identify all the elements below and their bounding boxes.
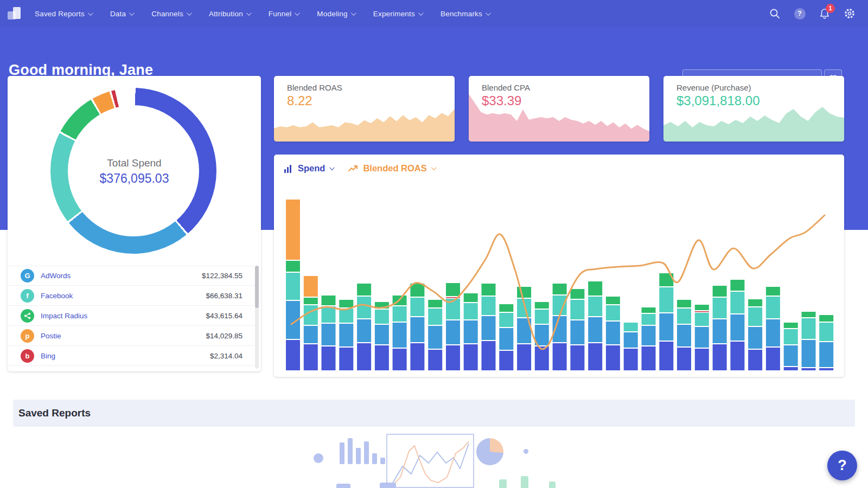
settings-gear-icon[interactable]: [843, 7, 856, 20]
nav-item-modeling[interactable]: Modeling: [317, 10, 354, 18]
empty-state-illustration: [304, 434, 564, 488]
decorative-dot: [524, 449, 528, 454]
nav-item-label: Data: [110, 10, 126, 18]
channel-name[interactable]: AdWords: [41, 272, 71, 280]
channel-row-bing[interactable]: b Bing $2,314.04: [8, 346, 254, 366]
trend-line-icon: [348, 165, 359, 172]
channel-list-scrollbar[interactable]: [255, 266, 259, 369]
decorative-shape: [521, 476, 528, 488]
channel-spend: $66,638.31: [206, 292, 242, 300]
chevron-down-icon: [295, 10, 300, 16]
revenue-purchase-card[interactable]: Revenue (Purchase) $3,091,818.00: [663, 76, 844, 142]
chevron-down-icon: [418, 10, 424, 16]
blended-roas-metric-toggle[interactable]: Blended ROAS: [348, 163, 435, 174]
spend-metric-toggle[interactable]: Spend: [284, 163, 333, 174]
blended-roas-card[interactable]: Blended ROAS 8.22: [274, 76, 455, 142]
chevron-down-icon: [329, 165, 335, 170]
spend-vs-roas-combo-chart[interactable]: [284, 192, 835, 373]
chevron-down-icon: [129, 10, 135, 16]
rockerbox-dashboard: Saved Reports Data Channels Attribution …: [0, 0, 868, 488]
total-spend-label: Total Spend: [8, 157, 261, 169]
adwords-icon: G: [21, 269, 34, 282]
channel-row-impact-radius[interactable]: Impact Radius $43,615.64: [8, 306, 254, 326]
channel-name[interactable]: Impact Radius: [41, 312, 87, 320]
decorative-pie-chart: [476, 438, 503, 465]
channel-row-adwords[interactable]: G AdWords $122,384.55: [8, 266, 254, 286]
channel-spend: $14,029.85: [206, 332, 242, 340]
kpi-label: Blended ROAS: [287, 83, 342, 92]
nav-item-label: Modeling: [317, 10, 347, 18]
facebook-icon: f: [21, 289, 34, 303]
decorative-dot: [314, 453, 323, 463]
help-fab-button[interactable]: ?: [827, 451, 857, 480]
help-icon[interactable]: ?: [793, 7, 806, 20]
nav-item-channels[interactable]: Channels: [151, 10, 190, 18]
nav-item-label: Experiments: [373, 10, 415, 18]
bar-chart-icon: [284, 164, 293, 173]
revenue-sparkline-chart: [663, 98, 844, 142]
roas-sparkline-chart: [274, 101, 455, 142]
decorative-bar-chart: [340, 438, 393, 464]
decorative-shape: [499, 479, 507, 488]
channel-name[interactable]: Facebook: [41, 292, 73, 300]
search-icon[interactable]: [768, 7, 781, 20]
chevron-down-icon: [187, 10, 192, 16]
nav-item-benchmarks[interactable]: Benchmarks: [441, 10, 489, 18]
section-title: Saved Reports: [18, 407, 91, 419]
nav-item-label: Channels: [151, 10, 183, 18]
logo-shape: [13, 7, 21, 19]
nav-item-label: Saved Reports: [35, 10, 85, 18]
nav-item-data[interactable]: Data: [110, 10, 133, 18]
total-spend-value: $376,095.03: [8, 171, 261, 186]
channel-row-facebook[interactable]: f Facebook $66,638.31: [8, 286, 254, 306]
nav-item-label: Attribution: [209, 10, 243, 18]
chevron-down-icon: [88, 10, 93, 16]
decorative-line-chart: [386, 434, 474, 488]
channel-row-postie[interactable]: p Postie $14,029.85: [8, 326, 254, 346]
total-spend-card: Total Spend $376,095.03 G AdWords $122,3…: [8, 76, 261, 371]
rockerbox-logo[interactable]: [8, 7, 22, 21]
blended-cpa-card[interactable]: Blended CPA $33.39: [469, 76, 649, 142]
saved-reports-section-header: Saved Reports: [13, 400, 855, 427]
metric-label: Spend: [298, 163, 325, 174]
share-icon: [21, 309, 34, 323]
metric-label: Blended ROAS: [363, 163, 426, 174]
nav-item-experiments[interactable]: Experiments: [373, 10, 422, 18]
decorative-shape: [380, 483, 396, 488]
notification-badge: 1: [826, 4, 835, 13]
chevron-down-icon: [431, 165, 437, 170]
decorative-shape: [549, 481, 556, 488]
chevron-down-icon: [351, 10, 356, 16]
cpa-sparkline-chart: [469, 90, 649, 142]
channel-name[interactable]: Bing: [41, 352, 55, 360]
kpi-label: Revenue (Purchase): [676, 83, 751, 92]
nav-item-saved-reports[interactable]: Saved Reports: [35, 10, 92, 18]
scrollbar-thumb[interactable]: [255, 266, 259, 308]
nav-item-label: Funnel: [269, 10, 291, 18]
postie-icon: p: [21, 329, 34, 343]
channel-spend: $2,314.04: [210, 352, 242, 360]
channel-list: G AdWords $122,384.55 f Facebook $66,638…: [8, 266, 254, 366]
notifications-bell-icon[interactable]: 1: [818, 7, 831, 20]
top-nav: Saved Reports Data Channels Attribution …: [0, 0, 868, 27]
decorative-shape: [336, 484, 350, 488]
channel-spend: $122,384.55: [202, 272, 242, 280]
nav-item-attribution[interactable]: Attribution: [209, 10, 250, 18]
chevron-down-icon: [246, 10, 252, 16]
chevron-down-icon: [486, 10, 491, 16]
bing-icon: b: [21, 349, 34, 363]
channel-spend: $43,615.64: [206, 312, 242, 320]
spend-vs-roas-chart-card: Spend Blended ROAS: [274, 155, 844, 377]
channel-name[interactable]: Postie: [41, 332, 61, 340]
nav-item-label: Benchmarks: [441, 10, 482, 18]
nav-item-funnel[interactable]: Funnel: [269, 10, 298, 18]
